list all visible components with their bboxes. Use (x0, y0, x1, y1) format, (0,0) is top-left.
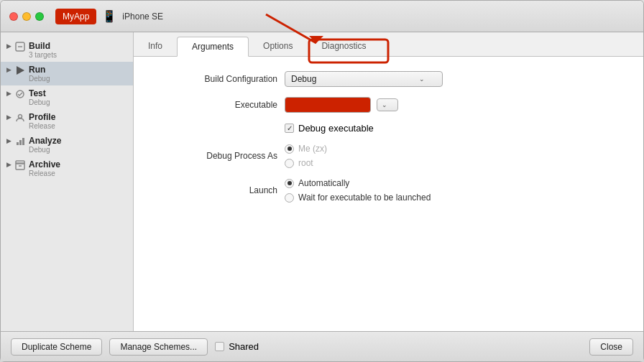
device-icon: 📱 (102, 9, 116, 23)
build-config-control: Debug ⌄ (285, 71, 443, 87)
run-arrow: ▶ (6, 66, 12, 73)
profile-arrow: ▶ (6, 113, 12, 121)
run-sub: Debug (29, 75, 50, 83)
executable-dropdown[interactable]: ⌄ (377, 98, 398, 111)
debug-exec-checkbox[interactable]: ✓ (285, 124, 294, 133)
select-arrow-icon: ⌄ (419, 75, 425, 83)
shared-area: Shared (215, 341, 259, 352)
build-text: Build 3 targets (29, 41, 57, 59)
shared-label: Shared (229, 341, 259, 352)
sidebar-item-profile[interactable]: ▶ Profile Release (1, 109, 133, 133)
analyze-arrow: ▶ (6, 137, 12, 144)
content-area: ▶ Build 3 targets ▶ Run (1, 32, 643, 331)
test-name: Test (29, 88, 50, 98)
test-sub: Debug (29, 98, 50, 106)
test-arrow: ▶ (6, 90, 12, 97)
debug-proc-root-label: root (298, 158, 313, 168)
shared-checkbox[interactable] (215, 342, 224, 351)
scheme-selector[interactable]: MyApp (55, 9, 96, 24)
test-text: Test Debug (29, 88, 50, 106)
launch-wait-row: Wait for executable to be launched (285, 192, 431, 203)
archive-arrow: ▶ (6, 161, 12, 168)
run-name: Run (29, 65, 50, 75)
tab-diagnostics[interactable]: Diagnostics (307, 37, 380, 57)
tab-bar: Info Arguments Options Diagnostics (134, 32, 643, 57)
debug-exec-label: Debug executable (298, 123, 374, 134)
maximize-button[interactable] (35, 12, 44, 21)
debug-proc-label: Debug Process As (155, 151, 285, 161)
close-button[interactable]: Close (589, 338, 633, 356)
launch-auto-row: Automatically (285, 178, 431, 188)
debug-exec-control: ✓ Debug executable (285, 123, 374, 134)
sidebar-item-analyze[interactable]: ▶ Analyze Debug (1, 133, 133, 157)
titlebar: MyApp 📱 iPhone SE (1, 1, 643, 32)
profile-sub: Release (29, 122, 55, 130)
launch-radio-group: Automatically Wait for executable to be … (285, 178, 431, 203)
profile-name: Profile (29, 112, 55, 122)
tab-options[interactable]: Options (249, 37, 307, 57)
run-text: Run Debug (29, 65, 50, 83)
archive-icon (14, 159, 26, 171)
test-icon (14, 88, 26, 100)
archive-sub: Release (29, 170, 60, 177)
analyze-text: Analyze Debug (29, 136, 61, 154)
launch-wait-radio[interactable] (285, 193, 294, 203)
svg-rect-7 (22, 138, 24, 145)
launch-auto-radio[interactable] (285, 179, 294, 188)
run-icon (14, 65, 26, 76)
svg-rect-9 (16, 161, 24, 164)
debug-proc-row: Debug Process As Me (zx) root (155, 144, 622, 168)
main-panel: Info Arguments Options Diagnostics (134, 32, 643, 331)
analyze-name: Analyze (29, 136, 61, 146)
sidebar: ▶ Build 3 targets ▶ Run (1, 32, 134, 331)
traffic-lights (9, 12, 44, 21)
debug-proc-radio-group: Me (zx) root (285, 144, 327, 168)
debug-proc-root-row: root (285, 158, 327, 168)
launch-auto-label: Automatically (298, 178, 349, 188)
executable-row: Executable ⌄ (155, 97, 622, 113)
debug-proc-root-radio[interactable] (285, 159, 294, 168)
close-button[interactable] (9, 12, 18, 21)
debug-proc-control: Me (zx) root (285, 144, 327, 168)
launch-wait-label: Wait for executable to be launched (298, 192, 431, 203)
build-icon (14, 41, 26, 52)
svg-marker-2 (17, 66, 24, 75)
debug-proc-me-radio[interactable] (285, 144, 294, 154)
bottom-bar: Duplicate Scheme Manage Schemes... Share… (1, 331, 643, 361)
form-area: Build Configuration Debug ⌄ Executable (134, 57, 643, 331)
sidebar-item-archive[interactable]: ▶ Archive Release (1, 157, 133, 180)
manage-schemes-button[interactable]: Manage Schemes... (109, 338, 208, 356)
sidebar-item-run[interactable]: ▶ Run Debug (1, 62, 133, 85)
executable-label: Executable (155, 100, 285, 110)
scheme-name: MyApp (63, 11, 89, 22)
svg-point-4 (19, 115, 22, 119)
sidebar-item-build[interactable]: ▶ Build 3 targets (1, 38, 133, 62)
launch-control: Automatically Wait for executable to be … (285, 178, 431, 203)
analyze-icon (14, 136, 26, 147)
duplicate-scheme-button[interactable]: Duplicate Scheme (11, 338, 102, 356)
build-name: Build (29, 41, 57, 51)
profile-icon (14, 112, 26, 124)
build-config-label: Build Configuration (155, 74, 285, 84)
tab-arguments[interactable]: Arguments (177, 37, 249, 57)
build-config-select[interactable]: Debug ⌄ (285, 71, 443, 87)
svg-rect-6 (19, 140, 22, 145)
launch-row: Launch Automatically Wait for executable… (155, 178, 622, 203)
device-label: iPhone SE (122, 11, 163, 22)
sidebar-item-test[interactable]: ▶ Test Debug (1, 85, 133, 109)
tab-info[interactable]: Info (134, 37, 177, 57)
archive-name: Archive (29, 159, 60, 170)
executable-arrow-icon: ⌄ (382, 101, 387, 108)
debug-proc-me-row: Me (zx) (285, 144, 327, 154)
executable-control: ⌄ (285, 97, 398, 113)
build-sub: 3 targets (29, 51, 57, 59)
build-config-value: Debug (291, 74, 316, 84)
build-config-row: Build Configuration Debug ⌄ (155, 71, 622, 87)
minimize-button[interactable] (22, 12, 31, 21)
debug-exec-row: ✓ Debug executable (155, 123, 622, 134)
debug-exec-checkbox-row: ✓ Debug executable (285, 123, 374, 134)
executable-select[interactable] (285, 97, 371, 113)
archive-text: Archive Release (29, 159, 60, 177)
debug-proc-me-label: Me (zx) (298, 144, 327, 154)
svg-rect-5 (17, 142, 19, 145)
